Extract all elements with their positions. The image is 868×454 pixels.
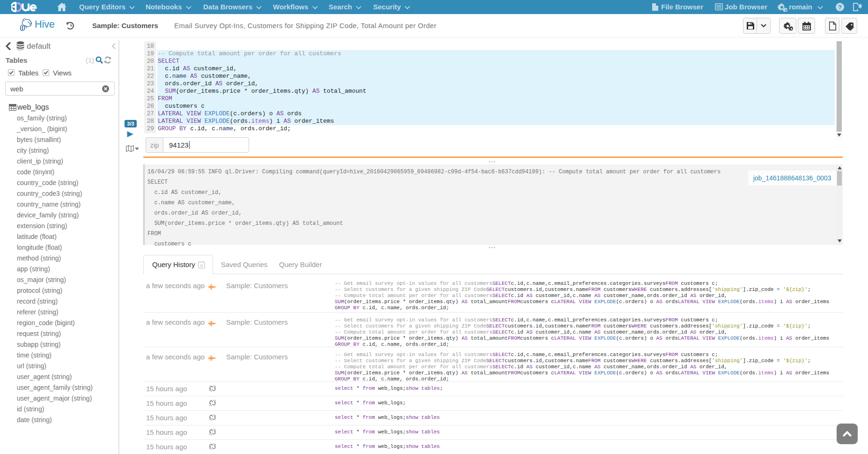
svg-text:?: ? [838,4,842,11]
